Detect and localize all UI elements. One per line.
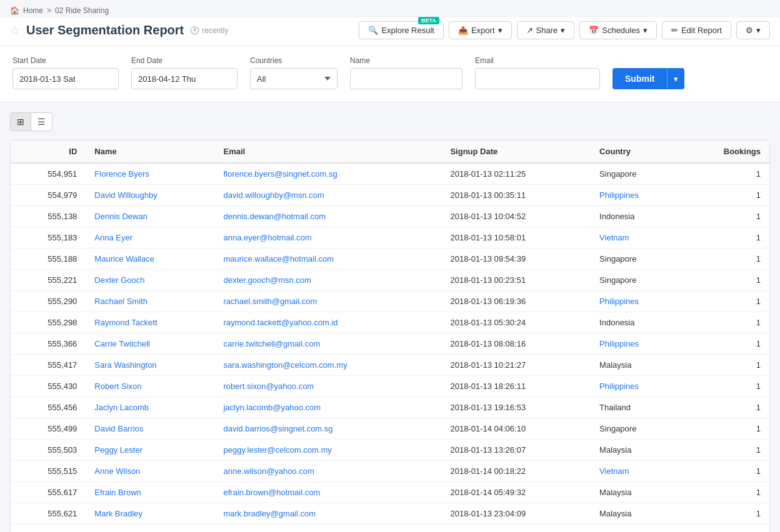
- name-link[interactable]: Sara Washington: [94, 360, 156, 370]
- countries-select[interactable]: All: [250, 68, 338, 89]
- cell-bookings: 1: [682, 312, 769, 333]
- submit-button[interactable]: Submit: [612, 68, 667, 89]
- email-link[interactable]: florence.byers@singnet.com.sg: [223, 169, 337, 179]
- email-link[interactable]: rachael.smith@gmail.com: [223, 297, 317, 306]
- share-button[interactable]: ↗ Share ▾: [517, 21, 575, 39]
- name-link[interactable]: Anne Wilson: [94, 466, 140, 476]
- list-icon: ☰: [38, 117, 46, 127]
- settings-button[interactable]: ⚙ ▾: [736, 21, 770, 39]
- email-link[interactable]: robert.sixon@yahoo.com: [223, 382, 314, 391]
- name-link[interactable]: Jaclyn Lacomb: [94, 403, 149, 412]
- email-input[interactable]: [475, 68, 600, 89]
- name-link[interactable]: Mark Bradley: [94, 509, 142, 518]
- cell-country: Philippines: [591, 185, 682, 206]
- cell-id: 555,499: [11, 418, 86, 440]
- name-link[interactable]: David Willoughby: [94, 190, 157, 200]
- cell-id: 555,456: [11, 397, 86, 418]
- cell-country: Malaysia: [591, 355, 682, 376]
- email-link[interactable]: mark.bradley@gmail.com: [223, 509, 316, 518]
- start-date-input[interactable]: [12, 68, 119, 89]
- breadcrumb: 🏠 Home > 02 Ride Sharing: [0, 0, 780, 17]
- cell-email: dennis.dewan@hotmail.com: [214, 206, 441, 227]
- submit-dropdown-button[interactable]: ▾: [667, 68, 684, 89]
- name-link[interactable]: Peggy Lester: [94, 445, 142, 455]
- table-row: 555,298 Raymond Tackett raymond.tackett@…: [11, 312, 769, 333]
- country-link[interactable]: Vietnam: [599, 466, 629, 476]
- cell-id: 555,617: [11, 482, 86, 503]
- cell-country: Indonesia: [591, 206, 682, 227]
- name-link[interactable]: Robert Sixon: [94, 382, 141, 391]
- cell-id: 554,979: [11, 185, 86, 206]
- email-link[interactable]: david.barrios@singnet.com.sg: [223, 424, 332, 433]
- table-row: 555,366 Carrie Twitchell carrie.twitchel…: [11, 333, 769, 355]
- email-link[interactable]: sara.washington@celcom.com.my: [223, 360, 347, 370]
- email-link[interactable]: david.willoughby@msn.com: [223, 190, 324, 200]
- list-view-button[interactable]: ☰: [31, 112, 52, 131]
- cell-id: 555,366: [11, 333, 86, 355]
- filters-row: Start Date End Date Countries All Name E…: [12, 56, 768, 89]
- name-link[interactable]: Maurice Wallace: [94, 254, 154, 264]
- grid-icon: ⊞: [17, 117, 24, 127]
- cell-signup-date: 2018-01-13 10:58:01: [441, 227, 591, 249]
- country-link[interactable]: Philippines: [599, 382, 639, 391]
- name-link[interactable]: Dexter Gooch: [94, 275, 144, 285]
- name-link[interactable]: David Barrios: [94, 424, 143, 433]
- edit-report-button[interactable]: ✏ Edit Report: [662, 21, 731, 39]
- share-label: Share: [536, 26, 558, 35]
- filters-panel: Start Date End Date Countries All Name E…: [0, 46, 780, 102]
- favorite-icon[interactable]: ☆: [10, 24, 20, 37]
- end-date-input[interactable]: [131, 68, 238, 89]
- cell-bookings: 1: [682, 376, 769, 397]
- end-date-label: End Date: [131, 56, 238, 65]
- cell-country: Malaysia: [591, 482, 682, 503]
- data-table-container: ID Name Email Signup Date Country Bookin…: [10, 140, 770, 532]
- cell-name: Robert Sixon: [86, 376, 214, 397]
- email-link[interactable]: anne.wilson@yahoo.com: [223, 466, 314, 476]
- cell-name: Peggy Lester: [86, 440, 214, 461]
- email-link[interactable]: anna.eyer@hotmail.com: [223, 233, 311, 242]
- table-row: 555,183 Anna Eyer anna.eyer@hotmail.com …: [11, 227, 769, 249]
- cell-signup-date: 2018-01-13 08:08:16: [441, 333, 591, 355]
- name-link[interactable]: Efrain Brown: [94, 488, 141, 497]
- email-link[interactable]: dexter.gooch@msn.com: [223, 275, 311, 285]
- table-row: 555,631 David Molinar david.molinar@yaho…: [11, 525, 769, 533]
- country-link[interactable]: Vietnam: [599, 233, 629, 242]
- grid-view-button[interactable]: ⊞: [10, 112, 31, 131]
- export-button[interactable]: 📤 Export ▾: [449, 21, 512, 39]
- name-link[interactable]: Rachael Smith: [94, 297, 148, 306]
- name-link[interactable]: Dennis Dewan: [94, 212, 148, 221]
- explore-result-button[interactable]: BETA 🔍 Explore Result: [359, 21, 444, 39]
- email-link[interactable]: efrain.brown@hotmail.com: [223, 488, 320, 497]
- email-group: Email: [475, 56, 600, 89]
- name-input[interactable]: [350, 68, 462, 89]
- email-link[interactable]: jaclyn.lacomb@yahoo.com: [223, 403, 321, 412]
- data-table: ID Name Email Signup Date Country Bookin…: [11, 140, 769, 532]
- cell-name: Rachael Smith: [86, 291, 214, 312]
- country-link[interactable]: Philippines: [599, 190, 639, 200]
- name-link[interactable]: Carrie Twitchell: [94, 339, 150, 348]
- schedules-button[interactable]: 📅 Schedules ▾: [579, 21, 657, 39]
- cell-signup-date: 2018-01-13 10:21:27: [441, 355, 591, 376]
- name-link[interactable]: Raymond Tackett: [94, 318, 157, 327]
- cell-name: Jaclyn Lacomb: [86, 397, 214, 418]
- page-title: User Segmentation Report: [26, 23, 184, 37]
- breadcrumb-current-link[interactable]: 02 Ride Sharing: [55, 6, 109, 15]
- col-email: Email: [214, 140, 441, 163]
- email-link[interactable]: maurice.wallace@hotmail.com: [223, 254, 333, 264]
- cell-email: efrain.brown@hotmail.com: [214, 482, 441, 503]
- cell-signup-date: 2018-01-13 05:30:24: [441, 312, 591, 333]
- country-link[interactable]: Philippines: [599, 297, 639, 306]
- name-link[interactable]: Anna Eyer: [94, 233, 132, 242]
- email-link[interactable]: raymond.tackett@yahoo.com.id: [223, 318, 338, 327]
- country-link[interactable]: Philippines: [599, 339, 639, 348]
- cell-email: jaclyn.lacomb@yahoo.com: [214, 397, 441, 418]
- email-link[interactable]: carrie.twitchell@gmail.com: [223, 339, 320, 348]
- cell-country: Singapore: [591, 270, 682, 291]
- cell-country: Malaysia: [591, 440, 682, 461]
- email-link[interactable]: peggy.lester@celcom.com.my: [223, 445, 331, 455]
- email-link[interactable]: dennis.dewan@hotmail.com: [223, 212, 326, 221]
- breadcrumb-home-link[interactable]: Home: [23, 6, 43, 15]
- cell-email: david.barrios@singnet.com.sg: [214, 418, 441, 440]
- breadcrumb-separator: >: [47, 6, 51, 15]
- name-link[interactable]: Florence Byers: [94, 169, 149, 179]
